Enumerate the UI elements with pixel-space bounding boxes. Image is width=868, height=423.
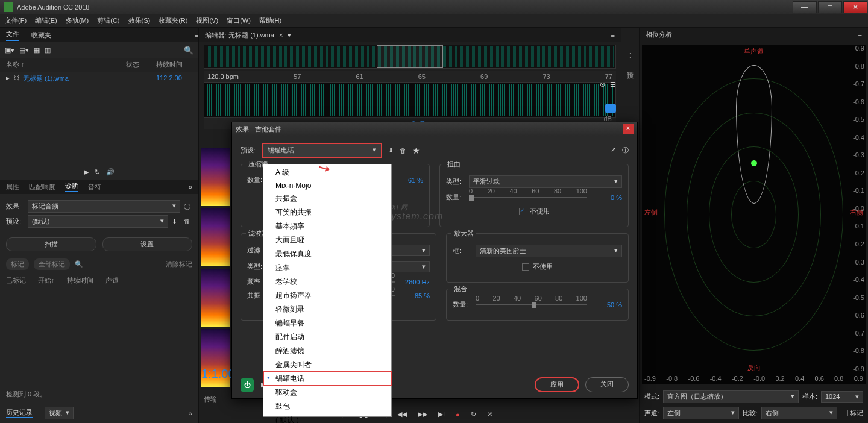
- dropdown-item[interactable]: 痉挛: [263, 261, 391, 275]
- link-icon[interactable]: ↗: [611, 146, 616, 155]
- dropdown-item[interactable]: 最低保真度: [263, 247, 391, 261]
- waveform-overview[interactable]: [204, 45, 616, 69]
- save-preset-icon[interactable]: ⬇: [172, 218, 180, 226]
- effect-select[interactable]: 标记音频▾: [28, 200, 180, 213]
- maximize-button[interactable]: ◻: [818, 1, 842, 13]
- tab-dropdown-icon[interactable]: ▾: [288, 31, 291, 39]
- cabinet-select[interactable]: 清新的美国爵士▾: [476, 245, 622, 257]
- menu-favorites[interactable]: 收藏夹(R): [159, 16, 187, 25]
- clear-markers-button[interactable]: 清除标记: [166, 260, 192, 269]
- loop-icon[interactable]: ↻: [471, 410, 476, 418]
- dropdown-item[interactable]: 蝙蝠早餐: [263, 316, 391, 330]
- tab-history[interactable]: 历史记录: [6, 408, 33, 418]
- tab-properties[interactable]: 属性: [6, 183, 19, 192]
- panel-menu-icon[interactable]: ≡: [195, 31, 198, 39]
- dropdown-item[interactable]: 配件启动: [263, 330, 391, 344]
- skip-selection-icon[interactable]: ⤭: [487, 410, 492, 418]
- col-status[interactable]: 状态: [126, 60, 156, 69]
- close-button[interactable]: ✕: [843, 1, 867, 13]
- power-toggle[interactable]: ⏻: [241, 378, 254, 392]
- col-duration[interactable]: 持续时间: [156, 60, 192, 69]
- mode-select[interactable]: 直方图（日志缩放）▾: [663, 390, 799, 403]
- panel-menu-icon[interactable]: ≡: [858, 30, 862, 37]
- dialog-titlebar[interactable]: 效果 - 吉他套件 ×: [232, 122, 637, 136]
- channel-select[interactable]: 左侧▾: [663, 407, 739, 419]
- dropdown-item[interactable]: 醉酒滤镜: [263, 344, 391, 358]
- dropdown-item[interactable]: 鼓包: [263, 400, 391, 413]
- menu-clip[interactable]: 剪辑(C): [97, 16, 119, 25]
- zoom-fit-icon[interactable]: ⊙: [600, 81, 605, 89]
- samples-select[interactable]: 1024▾: [821, 391, 863, 403]
- record-icon[interactable]: ●: [456, 411, 460, 418]
- menu-edit[interactable]: 编辑(E): [35, 16, 57, 25]
- view-options-icon[interactable]: ☰: [610, 81, 616, 89]
- apply-button[interactable]: 应用: [535, 377, 579, 392]
- tab-favorites[interactable]: 收藏夹: [31, 31, 51, 40]
- mix-amount-slider[interactable]: 020406080100: [476, 301, 587, 309]
- tab-close-icon[interactable]: ×: [279, 31, 283, 39]
- menu-help[interactable]: 帮助(H): [259, 16, 281, 25]
- headphone-icon[interactable]: [605, 104, 616, 113]
- skip-end-icon[interactable]: ▶I: [438, 410, 445, 418]
- panel-menu-icon[interactable]: ⋮: [627, 52, 634, 60]
- dropdown-item[interactable]: 大而且哑: [263, 233, 391, 247]
- preset-select[interactable]: (默认)▾: [28, 215, 168, 228]
- tab-diagnostics[interactable]: 诊断: [65, 181, 78, 192]
- settings-button[interactable]: 设置: [102, 237, 193, 251]
- auto-play-icon[interactable]: 🔊: [106, 168, 115, 176]
- dialog-close-icon[interactable]: ×: [623, 124, 634, 134]
- open-file-icon[interactable]: ▣▾: [5, 46, 14, 54]
- dropdown-item[interactable]: 金属尖叫者: [263, 358, 391, 372]
- tabs-overflow-icon[interactable]: »: [189, 183, 192, 190]
- dropdown-item[interactable]: ( 默认 ): [263, 413, 391, 423]
- mark-checkbox[interactable]: 标记: [841, 409, 863, 418]
- dropdown-item[interactable]: Mix-n-Mojo: [263, 180, 391, 192]
- delete-preset-icon[interactable]: 🗑: [400, 147, 406, 154]
- dropdown-item[interactable]: 锡罐电话: [263, 372, 391, 386]
- dropdown-item[interactable]: 驱动盒: [263, 386, 391, 400]
- forward-icon[interactable]: ▶▶: [418, 410, 427, 418]
- info-icon[interactable]: ⓘ: [184, 202, 192, 211]
- menu-effects[interactable]: 效果(S): [128, 16, 151, 25]
- preset-dropdown[interactable]: A 级Mix-n-Mojo共振盒可笑的共振基本频率大而且哑最低保真度痉挛老学校超…: [263, 164, 392, 417]
- tab-files[interactable]: 文件: [6, 30, 19, 41]
- save-preset-icon[interactable]: ⬇: [388, 146, 394, 154]
- thumb-view-icon[interactable]: ▥: [45, 46, 51, 54]
- tab-notes[interactable]: 音符: [88, 183, 101, 192]
- favorite-icon[interactable]: ★: [412, 146, 420, 155]
- dropdown-item[interactable]: 共振盒: [263, 192, 391, 205]
- dropdown-item[interactable]: 基本频率: [263, 219, 391, 233]
- delete-preset-icon[interactable]: 🗑: [184, 218, 192, 226]
- play-icon[interactable]: ▶: [84, 168, 89, 176]
- overview-selection[interactable]: [377, 45, 442, 68]
- phase-panel-title[interactable]: 相位分析 ≡: [640, 28, 868, 42]
- spectrogram-thumb[interactable]: [201, 208, 230, 266]
- panel-menu-icon[interactable]: ≡: [611, 31, 615, 39]
- menu-multitrack[interactable]: 多轨(M): [66, 16, 89, 25]
- scan-button[interactable]: 扫描: [6, 237, 96, 251]
- menu-window[interactable]: 窗口(W): [227, 16, 251, 25]
- dropdown-item[interactable]: 老学校: [263, 275, 391, 289]
- new-file-icon[interactable]: ▤▾: [19, 46, 29, 54]
- compare-select[interactable]: 右侧▾: [761, 407, 837, 419]
- menu-view[interactable]: 视图(V): [196, 16, 218, 25]
- distortion-amount-slider[interactable]: 020406080100: [469, 193, 587, 202]
- expand-icon[interactable]: ▸: [6, 74, 10, 83]
- dropdown-item[interactable]: 超市扬声器: [263, 289, 391, 302]
- dropdown-item[interactable]: 可笑的共振: [263, 205, 391, 219]
- info-icon[interactable]: ⓘ: [622, 146, 629, 155]
- loop-icon[interactable]: ↻: [95, 168, 100, 176]
- tab-match-loudness[interactable]: 匹配响度: [29, 183, 55, 192]
- list-view-icon[interactable]: ▦: [34, 46, 40, 54]
- waveform-main[interactable]: [204, 82, 616, 118]
- file-row[interactable]: ▸ ⧘⧙ 无标题 (1).wma 112:2.00: [0, 72, 198, 86]
- bottom-overflow-icon[interactable]: »: [189, 410, 192, 417]
- col-name[interactable]: 名称 ↑: [6, 60, 126, 69]
- dialog-preset-select[interactable]: 锡罐电话▾: [262, 143, 382, 158]
- distortion-disable-checkbox[interactable]: 不使用: [519, 207, 550, 216]
- phase-plot[interactable]: 单声道 反向 左侧 右侧 -0.9-0.8-0.7-0.6-0.5-0.4-0.…: [642, 45, 866, 384]
- minimize-button[interactable]: —: [793, 1, 817, 13]
- marker-search-icon[interactable]: 🔍: [75, 260, 83, 268]
- timeline-ruler[interactable]: 120.0 bpm 57 61 65 69 73 77: [204, 71, 616, 82]
- spectrogram-thumb[interactable]: [201, 148, 230, 206]
